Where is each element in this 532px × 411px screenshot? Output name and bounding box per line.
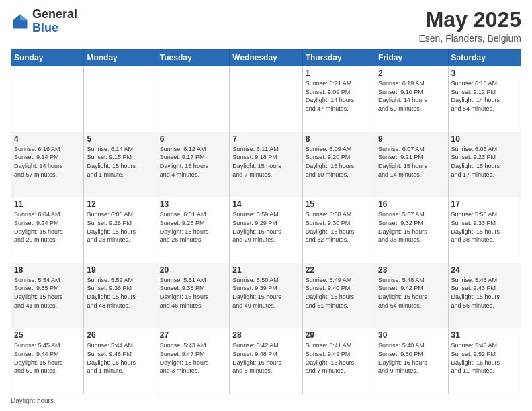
col-header-monday: Monday bbox=[84, 50, 157, 66]
logo-text: General Blue bbox=[32, 8, 77, 35]
footer-note: Daylight hours bbox=[11, 397, 521, 404]
calendar-cell: 18Sunrise: 5:54 AM Sunset: 9:35 PM Dayli… bbox=[11, 263, 84, 328]
calendar-cell bbox=[84, 66, 157, 132]
calendar-cell: 1Sunrise: 6:21 AM Sunset: 9:09 PM Daylig… bbox=[302, 66, 375, 132]
day-number: 4 bbox=[14, 134, 81, 144]
day-info: Sunrise: 5:46 AM Sunset: 9:43 PM Dayligh… bbox=[451, 276, 518, 310]
calendar-cell: 15Sunrise: 5:58 AM Sunset: 9:30 PM Dayli… bbox=[302, 197, 375, 263]
day-number: 10 bbox=[451, 134, 518, 144]
calendar-week-1: 1Sunrise: 6:21 AM Sunset: 9:09 PM Daylig… bbox=[11, 66, 521, 132]
calendar-cell: 28Sunrise: 5:42 AM Sunset: 9:48 PM Dayli… bbox=[230, 328, 302, 394]
day-number: 18 bbox=[14, 265, 81, 275]
calendar-week-2: 4Sunrise: 6:16 AM Sunset: 9:14 PM Daylig… bbox=[11, 132, 521, 197]
day-info: Sunrise: 5:42 AM Sunset: 9:48 PM Dayligh… bbox=[232, 341, 299, 375]
calendar-cell: 24Sunrise: 5:46 AM Sunset: 9:43 PM Dayli… bbox=[448, 263, 521, 328]
svg-marker-1 bbox=[20, 14, 28, 20]
calendar-week-3: 11Sunrise: 6:04 AM Sunset: 9:24 PM Dayli… bbox=[11, 197, 521, 263]
calendar-cell: 10Sunrise: 6:06 AM Sunset: 9:23 PM Dayli… bbox=[448, 132, 521, 197]
day-number: 15 bbox=[306, 199, 372, 209]
day-number: 2 bbox=[378, 68, 445, 78]
calendar-cell: 17Sunrise: 5:55 AM Sunset: 9:33 PM Dayli… bbox=[448, 197, 521, 263]
calendar-cell: 26Sunrise: 5:44 AM Sunset: 9:46 PM Dayli… bbox=[84, 328, 157, 394]
day-info: Sunrise: 6:09 AM Sunset: 9:20 PM Dayligh… bbox=[306, 145, 372, 179]
calendar-cell bbox=[230, 66, 302, 132]
day-info: Sunrise: 5:43 AM Sunset: 9:47 PM Dayligh… bbox=[160, 341, 226, 375]
calendar-cell: 29Sunrise: 5:41 AM Sunset: 9:49 PM Dayli… bbox=[302, 328, 375, 394]
day-info: Sunrise: 6:16 AM Sunset: 9:14 PM Dayligh… bbox=[14, 145, 81, 179]
day-info: Sunrise: 6:04 AM Sunset: 9:24 PM Dayligh… bbox=[14, 210, 81, 244]
day-number: 17 bbox=[451, 199, 518, 209]
day-info: Sunrise: 6:21 AM Sunset: 9:09 PM Dayligh… bbox=[306, 79, 372, 113]
day-number: 6 bbox=[160, 134, 226, 144]
day-number: 1 bbox=[306, 68, 372, 78]
day-number: 21 bbox=[232, 265, 299, 275]
day-info: Sunrise: 5:59 AM Sunset: 9:29 PM Dayligh… bbox=[232, 210, 299, 244]
col-header-tuesday: Tuesday bbox=[157, 50, 229, 66]
calendar-cell: 23Sunrise: 5:48 AM Sunset: 9:42 PM Dayli… bbox=[375, 263, 448, 328]
header: General Blue May 2025 Esen, Flanders, Be… bbox=[11, 8, 521, 44]
day-number: 25 bbox=[14, 330, 81, 340]
day-number: 30 bbox=[378, 330, 445, 340]
location: Esen, Flanders, Belgium bbox=[418, 33, 521, 44]
day-number: 23 bbox=[378, 265, 445, 275]
day-info: Sunrise: 6:19 AM Sunset: 9:10 PM Dayligh… bbox=[378, 79, 445, 113]
calendar-week-4: 18Sunrise: 5:54 AM Sunset: 9:35 PM Dayli… bbox=[11, 263, 521, 328]
calendar-cell: 6Sunrise: 6:12 AM Sunset: 9:17 PM Daylig… bbox=[157, 132, 229, 197]
day-info: Sunrise: 5:41 AM Sunset: 9:49 PM Dayligh… bbox=[306, 341, 372, 375]
calendar-table: SundayMondayTuesdayWednesdayThursdayFrid… bbox=[11, 49, 521, 394]
calendar-cell: 21Sunrise: 5:50 AM Sunset: 9:39 PM Dayli… bbox=[230, 263, 302, 328]
day-info: Sunrise: 5:55 AM Sunset: 9:33 PM Dayligh… bbox=[451, 210, 518, 244]
day-number: 5 bbox=[87, 134, 153, 144]
day-number: 12 bbox=[87, 199, 153, 209]
calendar-cell: 2Sunrise: 6:19 AM Sunset: 9:10 PM Daylig… bbox=[375, 66, 448, 132]
day-info: Sunrise: 5:50 AM Sunset: 9:39 PM Dayligh… bbox=[232, 276, 299, 310]
day-number: 24 bbox=[451, 265, 518, 275]
day-number: 26 bbox=[87, 330, 153, 340]
calendar-cell: 4Sunrise: 6:16 AM Sunset: 9:14 PM Daylig… bbox=[11, 132, 84, 197]
title-block: May 2025 Esen, Flanders, Belgium bbox=[418, 8, 521, 44]
day-number: 28 bbox=[232, 330, 299, 340]
day-info: Sunrise: 5:45 AM Sunset: 9:44 PM Dayligh… bbox=[14, 341, 81, 375]
calendar-cell: 14Sunrise: 5:59 AM Sunset: 9:29 PM Dayli… bbox=[230, 197, 302, 263]
day-info: Sunrise: 5:52 AM Sunset: 9:36 PM Dayligh… bbox=[87, 276, 153, 310]
calendar-cell: 7Sunrise: 6:11 AM Sunset: 9:18 PM Daylig… bbox=[230, 132, 302, 197]
day-number: 11 bbox=[14, 199, 81, 209]
day-number: 13 bbox=[160, 199, 226, 209]
calendar-cell: 16Sunrise: 5:57 AM Sunset: 9:32 PM Dayli… bbox=[375, 197, 448, 263]
day-info: Sunrise: 5:54 AM Sunset: 9:35 PM Dayligh… bbox=[14, 276, 81, 310]
day-number: 29 bbox=[306, 330, 372, 340]
logo: General Blue bbox=[11, 8, 77, 35]
calendar-cell: 11Sunrise: 6:04 AM Sunset: 9:24 PM Dayli… bbox=[11, 197, 84, 263]
day-number: 16 bbox=[378, 199, 445, 209]
daylight-hours-label: Daylight hours bbox=[11, 397, 54, 404]
logo-general-text: General bbox=[32, 7, 77, 21]
page: General Blue May 2025 Esen, Flanders, Be… bbox=[0, 0, 532, 411]
calendar-cell: 31Sunrise: 5:40 AM Sunset: 9:52 PM Dayli… bbox=[448, 328, 521, 394]
day-info: Sunrise: 6:12 AM Sunset: 9:17 PM Dayligh… bbox=[160, 145, 226, 179]
calendar-cell: 5Sunrise: 6:14 AM Sunset: 9:15 PM Daylig… bbox=[84, 132, 157, 197]
day-info: Sunrise: 6:07 AM Sunset: 9:21 PM Dayligh… bbox=[378, 145, 445, 179]
day-info: Sunrise: 5:57 AM Sunset: 9:32 PM Dayligh… bbox=[378, 210, 445, 244]
day-number: 20 bbox=[160, 265, 226, 275]
day-info: Sunrise: 6:11 AM Sunset: 9:18 PM Dayligh… bbox=[232, 145, 299, 179]
logo-icon bbox=[11, 12, 30, 31]
calendar-cell: 25Sunrise: 5:45 AM Sunset: 9:44 PM Dayli… bbox=[11, 328, 84, 394]
day-info: Sunrise: 5:58 AM Sunset: 9:30 PM Dayligh… bbox=[306, 210, 372, 244]
day-number: 7 bbox=[232, 134, 299, 144]
calendar-cell: 8Sunrise: 6:09 AM Sunset: 9:20 PM Daylig… bbox=[302, 132, 375, 197]
logo-blue-text: Blue bbox=[32, 21, 58, 34]
calendar-cell: 12Sunrise: 6:03 AM Sunset: 9:26 PM Dayli… bbox=[84, 197, 157, 263]
day-number: 8 bbox=[306, 134, 372, 144]
day-info: Sunrise: 6:01 AM Sunset: 9:28 PM Dayligh… bbox=[160, 210, 226, 244]
calendar-header-row: SundayMondayTuesdayWednesdayThursdayFrid… bbox=[11, 50, 521, 66]
day-number: 31 bbox=[451, 330, 518, 340]
day-info: Sunrise: 5:51 AM Sunset: 9:38 PM Dayligh… bbox=[160, 276, 226, 310]
day-number: 22 bbox=[306, 265, 372, 275]
calendar-cell: 19Sunrise: 5:52 AM Sunset: 9:36 PM Dayli… bbox=[84, 263, 157, 328]
calendar-cell: 22Sunrise: 5:49 AM Sunset: 9:40 PM Dayli… bbox=[302, 263, 375, 328]
col-header-friday: Friday bbox=[375, 50, 448, 66]
day-info: Sunrise: 6:18 AM Sunset: 9:12 PM Dayligh… bbox=[451, 79, 518, 113]
calendar-cell: 13Sunrise: 6:01 AM Sunset: 9:28 PM Dayli… bbox=[157, 197, 229, 263]
day-number: 19 bbox=[87, 265, 153, 275]
col-header-thursday: Thursday bbox=[302, 50, 375, 66]
